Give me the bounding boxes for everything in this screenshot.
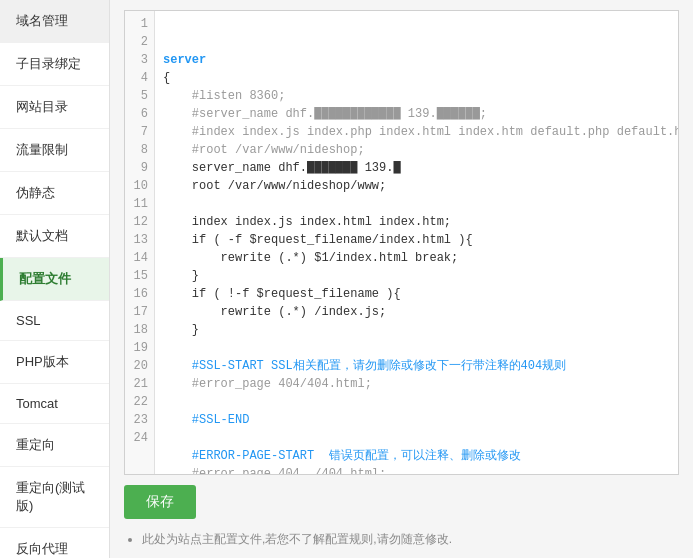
line-number-17: 17: [131, 303, 148, 321]
code-line-3: #listen 8360;: [163, 87, 670, 105]
line-number-24: 24: [131, 429, 148, 447]
code-line-4: #server_name dhf.████████████ 139.██████…: [163, 105, 670, 123]
code-line-21: #SSL-END: [163, 411, 670, 429]
line-number-19: 19: [131, 339, 148, 357]
line-number-13: 13: [131, 231, 148, 249]
sidebar-item-ssl[interactable]: SSL: [0, 301, 109, 341]
sidebar-item-redirect[interactable]: 重定向: [0, 424, 109, 467]
note-text: 此处为站点主配置文件,若您不了解配置规则,请勿随意修改.: [142, 531, 679, 548]
line-number-7: 7: [131, 123, 148, 141]
code-line-23: #ERROR-PAGE-START 错误页配置，可以注释、删除或修改: [163, 447, 670, 465]
code-line-10: index index.js index.html index.htm;: [163, 213, 670, 231]
sidebar-item-redirect_test[interactable]: 重定向(测试版): [0, 467, 109, 528]
sidebar-item-sitedir[interactable]: 网站目录: [0, 86, 109, 129]
sidebar-item-tomcat[interactable]: Tomcat: [0, 384, 109, 424]
line-number-8: 8: [131, 141, 148, 159]
line-number-22: 22: [131, 393, 148, 411]
line-number-3: 3: [131, 51, 148, 69]
code-line-19: #error_page 404/404.html;: [163, 375, 670, 393]
sidebar-item-config[interactable]: 配置文件: [0, 258, 109, 301]
code-line-18: #SSL-START SSL相关配置，请勿删除或修改下一行带注释的404规则: [163, 357, 670, 375]
code-line-5: #index index.js index.php index.html ind…: [163, 123, 670, 141]
code-line-17: [163, 339, 670, 357]
code-line-12: rewrite (.*) $1/index.html break;: [163, 249, 670, 267]
line-number-20: 20: [131, 357, 148, 375]
line-number-10: 10: [131, 177, 148, 195]
main-content: 123456789101112131415161718192021222324 …: [110, 0, 693, 558]
code-line-22: [163, 429, 670, 447]
line-number-18: 18: [131, 321, 148, 339]
code-line-7: server_name dhf.███████ 139.█: [163, 159, 670, 177]
line-number-16: 16: [131, 285, 148, 303]
code-line-16: }: [163, 321, 670, 339]
code-editor[interactable]: 123456789101112131415161718192021222324 …: [124, 10, 679, 475]
code-line-20: [163, 393, 670, 411]
line-number-12: 12: [131, 213, 148, 231]
line-number-14: 14: [131, 249, 148, 267]
line-number-1: 1: [131, 15, 148, 33]
line-number-15: 15: [131, 267, 148, 285]
sidebar-item-default[interactable]: 默认文档: [0, 215, 109, 258]
line-numbers: 123456789101112131415161718192021222324: [125, 11, 155, 474]
sidebar-item-subdir[interactable]: 子目录绑定: [0, 43, 109, 86]
line-number-6: 6: [131, 105, 148, 123]
sidebar-item-domain[interactable]: 域名管理: [0, 0, 109, 43]
code-line-13: }: [163, 267, 670, 285]
line-number-4: 4: [131, 69, 148, 87]
sidebar-item-rewrite[interactable]: 伪静态: [0, 172, 109, 215]
line-number-23: 23: [131, 411, 148, 429]
code-line-1: server: [163, 51, 670, 69]
code-line-24: #error_page 404 /404.html;: [163, 465, 670, 474]
line-number-5: 5: [131, 87, 148, 105]
line-number-21: 21: [131, 375, 148, 393]
sidebar: 域名管理子目录绑定网站目录流量限制伪静态默认文档配置文件SSLPHP版本Tomc…: [0, 0, 110, 558]
sidebar-item-proxy[interactable]: 反向代理: [0, 528, 109, 558]
code-line-8: root /var/www/nideshop/www;: [163, 177, 670, 195]
save-button-area: 保存: [124, 485, 679, 519]
line-number-11: 11: [131, 195, 148, 213]
sidebar-item-traffic[interactable]: 流量限制: [0, 129, 109, 172]
line-number-9: 9: [131, 159, 148, 177]
code-line-9: [163, 195, 670, 213]
code-content[interactable]: server{ #listen 8360; #server_name dhf.█…: [155, 11, 678, 474]
code-line-6: #root /var/www/nideshop;: [163, 141, 670, 159]
code-line-2: {: [163, 69, 670, 87]
code-line-15: rewrite (.*) /index.js;: [163, 303, 670, 321]
code-line-14: if ( !-f $request_filename ){: [163, 285, 670, 303]
save-button[interactable]: 保存: [124, 485, 196, 519]
code-line-11: if ( -f $request_filename/index.html ){: [163, 231, 670, 249]
note-area: 此处为站点主配置文件,若您不了解配置规则,请勿随意修改.: [124, 531, 679, 548]
sidebar-item-php[interactable]: PHP版本: [0, 341, 109, 384]
line-number-2: 2: [131, 33, 148, 51]
